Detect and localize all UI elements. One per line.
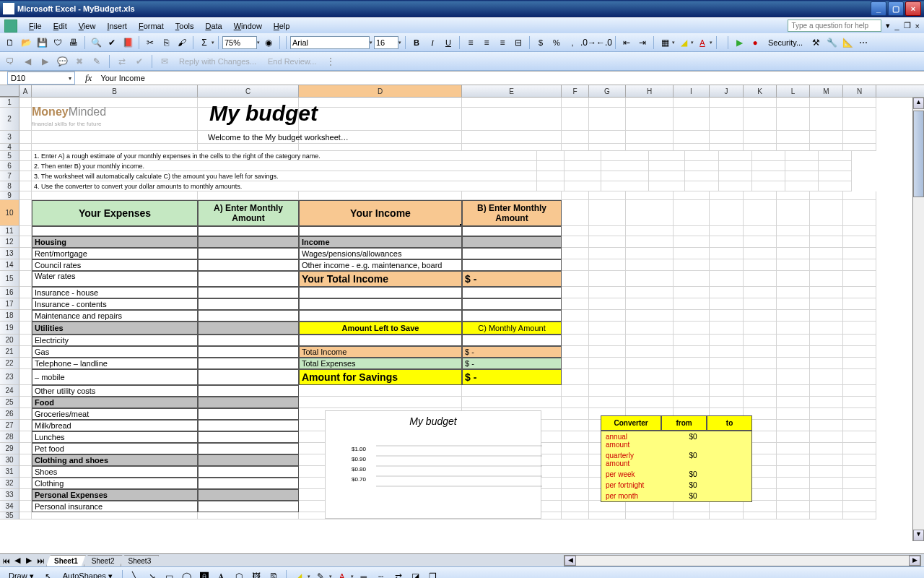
cell[interactable]: $ - bbox=[462, 358, 562, 369]
picture-button[interactable]: 🖻 bbox=[266, 569, 281, 579]
cell[interactable] bbox=[777, 310, 810, 322]
cell[interactable] bbox=[19, 420, 32, 431]
cell[interactable] bbox=[19, 248, 32, 259]
fill-color-draw-button[interactable]: ◢ bbox=[292, 569, 306, 579]
cell[interactable] bbox=[565, 151, 601, 161]
cell[interactable]: Insurance - contents bbox=[32, 298, 198, 310]
cell[interactable] bbox=[562, 287, 589, 298]
col-header-K[interactable]: K bbox=[744, 85, 777, 97]
cell[interactable] bbox=[32, 144, 198, 151]
row-header-9[interactable]: 9 bbox=[0, 191, 19, 200]
cell[interactable] bbox=[819, 161, 852, 171]
fx-icon[interactable]: fx bbox=[85, 72, 92, 84]
cell[interactable]: $ - bbox=[462, 346, 562, 358]
tab-nav-first[interactable]: ⏮ bbox=[0, 556, 12, 565]
vertical-scrollbar[interactable]: ▲ ▼ bbox=[912, 98, 924, 541]
cell[interactable] bbox=[843, 310, 876, 322]
cell[interactable] bbox=[198, 443, 299, 454]
cell[interactable] bbox=[744, 191, 777, 200]
cell[interactable] bbox=[810, 144, 843, 151]
prev-comment-button[interactable]: ◀ bbox=[20, 54, 35, 69]
cell[interactable] bbox=[843, 512, 876, 519]
cell[interactable] bbox=[562, 408, 589, 420]
tab-nav-prev[interactable]: ◀ bbox=[12, 556, 23, 565]
cell[interactable]: C) Monthly Amount bbox=[462, 322, 562, 335]
row-header-30[interactable]: 30 bbox=[0, 454, 19, 466]
row-header-32[interactable]: 32 bbox=[0, 478, 19, 489]
cell[interactable] bbox=[843, 489, 876, 501]
cell[interactable] bbox=[626, 259, 674, 271]
cell[interactable] bbox=[719, 181, 752, 191]
cell[interactable] bbox=[626, 358, 674, 369]
cell[interactable] bbox=[562, 358, 589, 369]
cell[interactable]: Amount Left to Save bbox=[299, 322, 462, 335]
next-comment-button[interactable]: ▶ bbox=[38, 54, 52, 69]
3d-button[interactable]: ❒ bbox=[426, 569, 440, 579]
cell[interactable] bbox=[719, 151, 752, 161]
font-color-button[interactable]: A bbox=[695, 35, 710, 50]
cell[interactable] bbox=[777, 512, 810, 519]
row-header-23[interactable]: 23 bbox=[0, 369, 19, 385]
cell[interactable]: Amount for Savings bbox=[299, 369, 462, 385]
cell[interactable] bbox=[777, 191, 810, 200]
cell[interactable] bbox=[777, 420, 810, 431]
cell[interactable] bbox=[744, 335, 777, 346]
cell[interactable] bbox=[626, 236, 674, 248]
comma-button[interactable]: , bbox=[565, 35, 580, 50]
col-header-G[interactable]: G bbox=[589, 85, 626, 97]
cell[interactable] bbox=[843, 335, 876, 346]
cell[interactable] bbox=[777, 466, 810, 478]
cell[interactable] bbox=[589, 322, 626, 335]
cell[interactable] bbox=[744, 200, 777, 226]
cell[interactable] bbox=[810, 346, 843, 358]
cell[interactable] bbox=[462, 236, 562, 248]
wordart-button[interactable]: 𝐀 bbox=[214, 569, 229, 579]
cell[interactable] bbox=[843, 259, 876, 271]
cell[interactable] bbox=[710, 226, 744, 236]
cell[interactable] bbox=[710, 358, 744, 369]
cell[interactable] bbox=[719, 161, 752, 171]
menu-help[interactable]: Help bbox=[268, 20, 296, 32]
cell[interactable] bbox=[710, 248, 744, 259]
cell[interactable] bbox=[777, 454, 810, 466]
align-center-button[interactable]: ≡ bbox=[479, 35, 494, 50]
cell[interactable] bbox=[685, 171, 719, 181]
cell[interactable] bbox=[589, 358, 626, 369]
cell[interactable] bbox=[299, 108, 462, 131]
design-mode-button[interactable]: 📐 bbox=[840, 35, 855, 50]
save-button[interactable]: 💾 bbox=[35, 35, 49, 50]
line-style-button[interactable]: ═ bbox=[357, 569, 371, 579]
research-button[interactable]: 📕 bbox=[121, 35, 135, 50]
line-button[interactable]: ╲ bbox=[128, 569, 142, 579]
cell[interactable] bbox=[32, 512, 198, 519]
end-review-button[interactable]: End Review... bbox=[263, 56, 321, 67]
cell[interactable] bbox=[19, 144, 32, 151]
cell[interactable] bbox=[810, 236, 843, 248]
cell[interactable] bbox=[777, 259, 810, 271]
menu-view[interactable]: View bbox=[73, 20, 102, 32]
cell[interactable] bbox=[674, 369, 710, 385]
cell[interactable] bbox=[562, 466, 589, 478]
cell[interactable] bbox=[589, 98, 626, 108]
print-preview-button[interactable]: 🔍 bbox=[89, 35, 103, 50]
col-header-N[interactable]: N bbox=[843, 85, 876, 97]
cell[interactable] bbox=[777, 385, 810, 397]
cell[interactable] bbox=[626, 298, 674, 310]
cell[interactable] bbox=[810, 191, 843, 200]
cell[interactable]: Pet food bbox=[32, 443, 198, 454]
cell[interactable] bbox=[777, 489, 810, 501]
cell[interactable] bbox=[674, 226, 710, 236]
cell[interactable] bbox=[674, 259, 710, 271]
cell[interactable]: $ - bbox=[462, 271, 562, 287]
cell[interactable] bbox=[299, 310, 462, 322]
cell[interactable]: Water rates bbox=[32, 271, 198, 287]
cell[interactable] bbox=[843, 346, 876, 358]
cell[interactable] bbox=[299, 397, 462, 408]
cell[interactable] bbox=[843, 191, 876, 200]
row-header-1[interactable]: 1 bbox=[0, 98, 19, 108]
cell[interactable] bbox=[843, 420, 876, 431]
help-question-dropdown[interactable]: ▾ bbox=[886, 21, 890, 30]
cell[interactable] bbox=[626, 131, 674, 144]
cell[interactable]: Personal Expenses bbox=[32, 489, 198, 501]
cell[interactable] bbox=[589, 346, 626, 358]
